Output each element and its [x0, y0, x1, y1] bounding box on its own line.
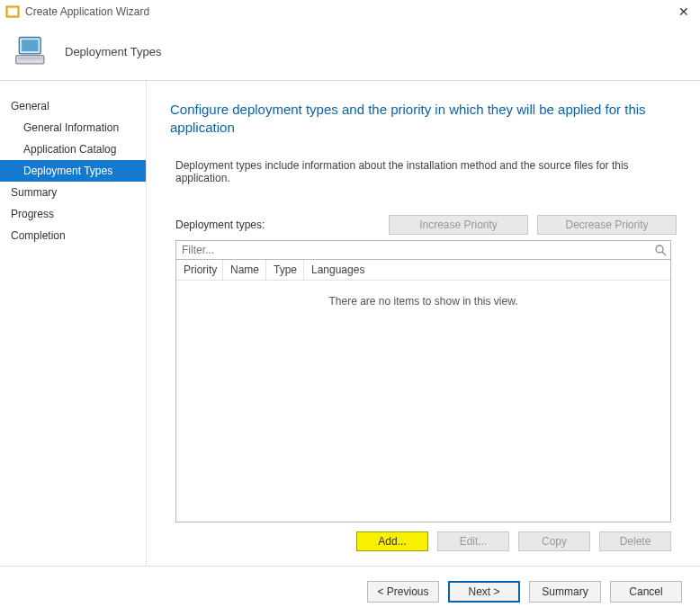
summary-button[interactable]: Summary: [529, 581, 601, 603]
column-name[interactable]: Name: [223, 260, 266, 280]
app-icon: [5, 4, 20, 19]
close-icon[interactable]: ✕: [673, 4, 695, 19]
column-type[interactable]: Type: [266, 260, 304, 280]
titlebar: Create Application Wizard ✕: [0, 0, 700, 23]
header-title: Deployment Types: [65, 45, 161, 58]
svg-rect-5: [18, 57, 43, 59]
main-panel: Configure deployment types and the prior…: [147, 81, 700, 566]
sidebar-item-progress[interactable]: Progress: [0, 203, 146, 225]
page-description: Deployment types include information abo…: [170, 159, 677, 184]
grid-button-row: Add... Edit... Copy Delete: [175, 531, 671, 551]
wizard-body: General General Information Application …: [0, 81, 700, 566]
sidebar-item-general[interactable]: General: [0, 95, 146, 117]
grid-header: Priority Name Type Languages: [176, 260, 670, 281]
sidebar-item-application-catalog[interactable]: Application Catalog: [0, 138, 146, 160]
svg-rect-3: [22, 40, 38, 51]
sidebar-item-deployment-types[interactable]: Deployment Types: [0, 160, 146, 182]
search-icon[interactable]: [654, 244, 667, 256]
deployment-types-row: Deployment types: Increase Priority Decr…: [170, 215, 677, 235]
edit-button: Edit...: [437, 531, 509, 551]
window-title: Create Application Wizard: [25, 5, 673, 18]
filter-input[interactable]: [180, 243, 654, 257]
increase-priority-button: Increase Priority: [389, 215, 528, 235]
copy-button: Copy: [518, 531, 590, 551]
wizard-window: Create Application Wizard ✕ Deployment T…: [0, 0, 700, 616]
sidebar: General General Information Application …: [0, 81, 147, 566]
next-button[interactable]: Next >: [448, 581, 520, 603]
header: Deployment Types: [0, 23, 700, 81]
filter-box[interactable]: [175, 240, 671, 260]
computer-icon: [13, 32, 52, 72]
cancel-button[interactable]: Cancel: [610, 581, 682, 603]
previous-button[interactable]: < Previous: [367, 581, 439, 603]
svg-rect-1: [8, 8, 17, 15]
deployment-types-grid: Priority Name Type Languages There are n…: [175, 260, 671, 523]
decrease-priority-button: Decrease Priority: [537, 215, 677, 235]
column-languages[interactable]: Languages: [304, 260, 670, 280]
grid-empty-text: There are no items to show in this view.: [176, 295, 670, 308]
add-button[interactable]: Add...: [356, 531, 428, 551]
sidebar-item-general-information[interactable]: General Information: [0, 117, 146, 138]
sidebar-item-summary[interactable]: Summary: [0, 182, 146, 203]
deployment-types-label: Deployment types:: [175, 219, 380, 231]
column-priority[interactable]: Priority: [176, 260, 223, 280]
delete-button: Delete: [599, 531, 671, 551]
svg-point-6: [656, 246, 663, 253]
footer: < Previous Next > Summary Cancel: [0, 566, 700, 616]
svg-line-7: [662, 252, 666, 255]
sidebar-item-completion[interactable]: Completion: [0, 225, 146, 246]
page-heading: Configure deployment types and the prior…: [170, 101, 677, 138]
